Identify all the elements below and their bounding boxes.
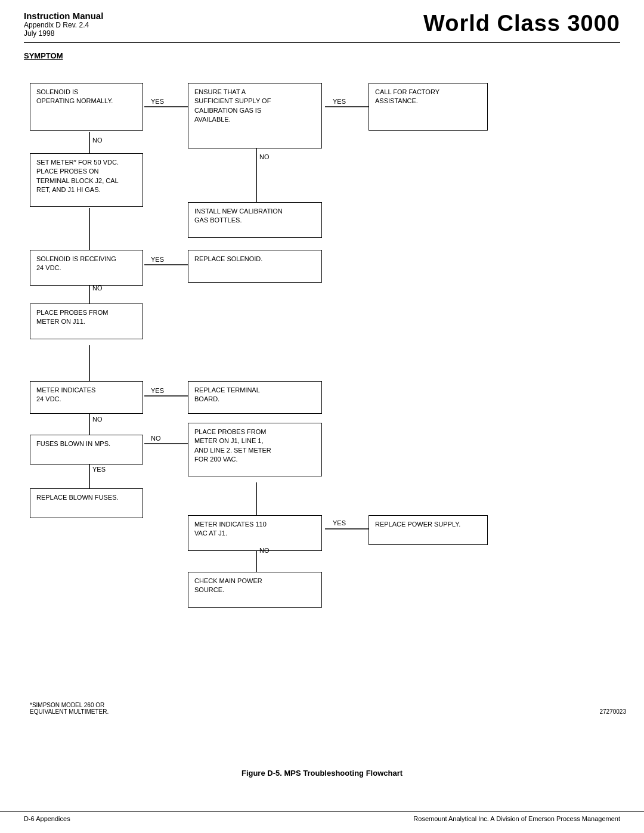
- label-no-b1: NO: [92, 137, 103, 144]
- date-info: July 1998: [24, 29, 103, 38]
- box-ensure-supply: ENSURE THAT ASUFFICIENT SUPPLY OFCALIBRA…: [188, 83, 322, 148]
- flowchart-area: SOLENOID ISOPERATING NORMALLY. YES ENSUR…: [0, 65, 644, 763]
- box-call-factory: CALL FOR FACTORYASSISTANCE.: [369, 83, 488, 131]
- label-no-b2: NO: [259, 153, 270, 160]
- manual-title: Instruction Manual: [24, 11, 103, 21]
- label-yes-b11: YES: [92, 466, 106, 473]
- figure-caption: Figure D-5. MPS Troubleshooting Flowchar…: [0, 769, 644, 784]
- header-divider: [24, 42, 620, 43]
- box-meter-indicates-24: METER INDICATES24 VDC.: [30, 381, 143, 414]
- box-replace-terminal: REPLACE TERMINALBOARD.: [188, 381, 322, 414]
- box-set-meter: SET METER* FOR 50 VDC.PLACE PROBES ONTER…: [30, 153, 143, 207]
- box-replace-solenoid: REPLACE SOLENOID.: [188, 250, 322, 283]
- box-solenoid-operating: SOLENOID ISOPERATING NORMALLY.: [30, 83, 143, 131]
- symptom-label: SYMPTOM: [0, 49, 644, 65]
- label-yes-b2-b3: YES: [333, 98, 346, 105]
- header-left: Instruction Manual Appendix D Rev. 2.4 J…: [24, 11, 103, 38]
- box-check-main-power: CHECK MAIN POWERSOURCE.: [188, 572, 322, 608]
- label-yes-b9-b10: YES: [151, 387, 164, 394]
- figure-number: 27270023: [600, 708, 627, 715]
- label-yes-b14-b15: YES: [333, 519, 346, 527]
- appendix-info: Appendix D Rev. 2.4: [24, 21, 103, 29]
- box-replace-blown-fuses: REPLACE BLOWN FUSES.: [30, 488, 143, 518]
- box-replace-power-supply: REPLACE POWER SUPPLY.: [369, 515, 488, 545]
- box-place-probes-j11: PLACE PROBES FROMMETER ON J11.: [30, 304, 143, 339]
- box-place-probes-j1: PLACE PROBES FROMMETER ON J1, LINE 1,AND…: [188, 423, 322, 476]
- box-install-calibration: INSTALL NEW CALIBRATIONGAS BOTTLES.: [188, 202, 322, 238]
- label-no-b14: NO: [259, 547, 270, 554]
- page-header: Instruction Manual Appendix D Rev. 2.4 J…: [0, 0, 644, 42]
- label-no-b6: NO: [92, 284, 103, 292]
- box-solenoid-receiving: SOLENOID IS RECEIVING24 VDC.: [30, 250, 143, 286]
- footer-right: Rosemount Analytical Inc. A Division of …: [413, 815, 620, 822]
- box-fuses-blown: FUSES BLOWN IN MPS.: [30, 435, 143, 465]
- label-yes-b1-b2: YES: [151, 98, 164, 105]
- box-meter-indicates-110: METER INDICATES 110VAC AT J1.: [188, 515, 322, 551]
- label-yes-b6-b7: YES: [151, 256, 164, 263]
- label-no-b11-b12: NO: [151, 435, 161, 442]
- page-footer: D-6 Appendices Rosemount Analytical Inc.…: [0, 811, 644, 822]
- header-right: World Class 3000: [423, 11, 620, 36]
- footnote: *SIMPSON MODEL 260 OREQUIVALENT MULTIMET…: [30, 702, 109, 715]
- label-no-b9: NO: [92, 416, 103, 423]
- footer-left: D-6 Appendices: [24, 815, 70, 822]
- brand-title: World Class 3000: [423, 11, 620, 36]
